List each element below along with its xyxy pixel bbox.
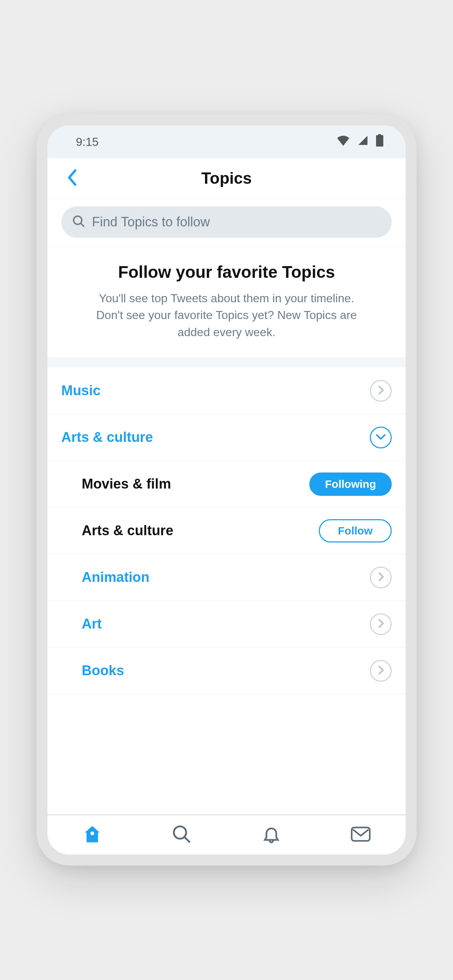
home-icon (83, 824, 102, 845)
collapse-button[interactable] (370, 426, 392, 449)
topic-row-animation[interactable]: Animation (48, 554, 405, 601)
expand-button[interactable] (370, 613, 392, 635)
wifi-icon (336, 135, 350, 149)
chevron-right-icon (376, 572, 385, 583)
topic-label: Animation (82, 570, 150, 585)
tab-search[interactable] (170, 823, 193, 846)
chevron-right-icon (376, 385, 385, 397)
follow-button[interactable]: Follow (319, 519, 392, 542)
svg-line-4 (185, 837, 190, 843)
expand-button[interactable] (370, 566, 392, 589)
search-icon (172, 824, 191, 845)
search-container (48, 198, 405, 246)
status-bar: 9:15 (48, 126, 405, 158)
battery-icon (376, 134, 384, 150)
search-field[interactable] (61, 206, 392, 238)
topic-label: Arts & culture (61, 430, 153, 445)
chevron-right-icon (376, 665, 385, 677)
topic-row-music[interactable]: Music (48, 368, 405, 414)
tab-messages[interactable] (349, 823, 372, 846)
topic-label: Music (61, 383, 100, 398)
topic-label: Movies & film (82, 476, 171, 492)
topic-row-books[interactable]: Books (48, 648, 405, 694)
topic-row-arts-culture-sub[interactable]: Arts & culture Follow (48, 508, 405, 554)
following-button[interactable]: Following (309, 473, 392, 496)
status-icons (336, 134, 384, 150)
hero-subtitle: You'll see top Tweets about them in your… (88, 290, 365, 340)
bell-icon (262, 824, 281, 845)
topic-row-art[interactable]: Art (48, 601, 405, 648)
chevron-left-icon (66, 169, 78, 188)
topic-row-arts-culture[interactable]: Arts & culture (48, 414, 405, 461)
status-time: 9:15 (76, 135, 99, 149)
hero-title: Follow your favorite Topics (69, 262, 384, 282)
chevron-down-icon (375, 433, 386, 442)
nav-header: Topics (48, 158, 405, 198)
page-title: Topics (201, 169, 252, 188)
screen: 9:15 Topics (48, 126, 405, 854)
topic-label: Books (82, 663, 124, 678)
search-icon (72, 215, 85, 229)
chevron-right-icon (376, 618, 385, 630)
topic-list: Music Arts & culture Movies & film Follo (48, 368, 405, 815)
svg-point-0 (74, 216, 82, 224)
svg-point-3 (174, 827, 187, 839)
topic-row-movies-film[interactable]: Movies & film Following (48, 461, 405, 508)
cellular-icon (357, 135, 369, 149)
phone-frame: 9:15 Topics (37, 115, 416, 865)
hero: Follow your favorite Topics You'll see t… (48, 246, 405, 357)
expand-button[interactable] (370, 380, 392, 402)
mail-icon (351, 826, 371, 845)
section-spacer (48, 357, 405, 368)
search-input[interactable] (92, 215, 381, 230)
back-button[interactable] (61, 167, 83, 189)
topic-label: Arts & culture (82, 523, 173, 538)
svg-line-1 (81, 223, 84, 227)
topic-label: Art (82, 616, 102, 632)
svg-point-2 (91, 832, 94, 835)
tab-notifications[interactable] (260, 823, 283, 846)
tab-bar (48, 815, 405, 854)
tab-home[interactable] (81, 823, 104, 846)
expand-button[interactable] (370, 660, 392, 682)
svg-rect-5 (352, 827, 370, 841)
